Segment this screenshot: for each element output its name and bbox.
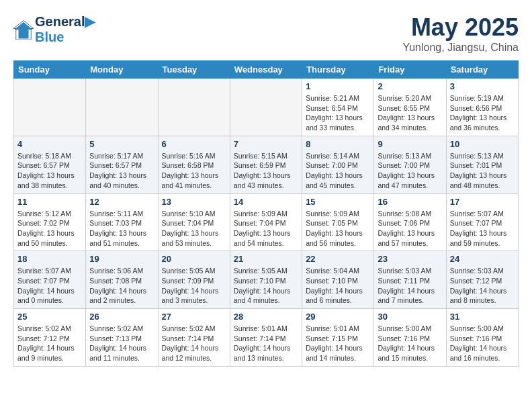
calendar-cell: 28Sunrise: 5:01 AM Sunset: 7:14 PM Dayli… [230, 309, 302, 367]
day-of-week-header: Friday [374, 61, 446, 79]
day-info: Sunrise: 5:06 AM Sunset: 7:08 PM Dayligh… [89, 266, 154, 306]
day-info: Sunrise: 5:14 AM Sunset: 7:00 PM Dayligh… [306, 151, 370, 191]
calendar-cell: 23Sunrise: 5:03 AM Sunset: 7:11 PM Dayli… [374, 251, 446, 309]
day-info: Sunrise: 5:13 AM Sunset: 7:00 PM Dayligh… [378, 151, 442, 191]
day-number: 16 [378, 197, 442, 207]
day-number: 17 [450, 197, 515, 207]
calendar-week-row: 25Sunrise: 5:02 AM Sunset: 7:12 PM Dayli… [14, 309, 519, 367]
day-number: 18 [17, 254, 82, 264]
title-block: May 2025 Yunlong, Jiangsu, China [402, 13, 519, 54]
day-number: 5 [89, 139, 154, 149]
calendar-body: 1Sunrise: 5:21 AM Sunset: 6:54 PM Daylig… [14, 79, 519, 367]
day-info: Sunrise: 5:05 AM Sunset: 7:10 PM Dayligh… [234, 266, 298, 306]
day-of-week-header: Thursday [302, 61, 374, 79]
calendar-cell: 25Sunrise: 5:02 AM Sunset: 7:12 PM Dayli… [14, 309, 86, 367]
day-info: Sunrise: 5:02 AM Sunset: 7:13 PM Dayligh… [89, 324, 154, 363]
day-info: Sunrise: 5:01 AM Sunset: 7:15 PM Dayligh… [306, 324, 370, 363]
day-number: 13 [162, 197, 226, 207]
day-number: 26 [89, 312, 154, 322]
logo-text: General▶ Blue [35, 13, 95, 45]
day-info: Sunrise: 5:00 AM Sunset: 7:16 PM Dayligh… [450, 324, 515, 363]
calendar-cell: 24Sunrise: 5:03 AM Sunset: 7:12 PM Dayli… [446, 251, 518, 309]
day-info: Sunrise: 5:05 AM Sunset: 7:09 PM Dayligh… [162, 266, 226, 306]
calendar-cell [86, 79, 158, 136]
day-info: Sunrise: 5:07 AM Sunset: 7:07 PM Dayligh… [450, 209, 515, 248]
calendar-cell: 10Sunrise: 5:13 AM Sunset: 7:01 PM Dayli… [446, 136, 518, 193]
calendar-cell [158, 79, 230, 136]
calendar-cell: 7Sunrise: 5:15 AM Sunset: 6:59 PM Daylig… [230, 136, 302, 193]
logo-icon [13, 19, 34, 40]
calendar-cell: 3Sunrise: 5:19 AM Sunset: 6:56 PM Daylig… [446, 79, 518, 136]
calendar-week-row: 1Sunrise: 5:21 AM Sunset: 6:54 PM Daylig… [14, 79, 519, 136]
day-number: 21 [234, 254, 298, 264]
day-of-week-header: Sunday [14, 61, 86, 79]
logo: General▶ Blue [13, 13, 95, 45]
calendar-cell [230, 79, 302, 136]
calendar-cell: 19Sunrise: 5:06 AM Sunset: 7:08 PM Dayli… [86, 251, 158, 309]
day-info: Sunrise: 5:18 AM Sunset: 6:57 PM Dayligh… [17, 151, 82, 191]
day-info: Sunrise: 5:19 AM Sunset: 6:56 PM Dayligh… [450, 93, 515, 133]
calendar-cell: 27Sunrise: 5:02 AM Sunset: 7:14 PM Dayli… [158, 309, 230, 367]
day-number: 9 [378, 139, 442, 149]
day-info: Sunrise: 5:08 AM Sunset: 7:06 PM Dayligh… [378, 209, 442, 248]
day-of-week-header: Tuesday [158, 61, 230, 79]
month-year: May 2025 [402, 13, 519, 42]
page-header: General▶ Blue May 2025 Yunlong, Jiangsu,… [13, 13, 519, 54]
day-number: 28 [234, 312, 298, 322]
day-info: Sunrise: 5:17 AM Sunset: 6:57 PM Dayligh… [89, 151, 154, 191]
day-number: 4 [17, 139, 82, 149]
day-number: 15 [306, 197, 370, 207]
day-number: 1 [306, 81, 370, 91]
calendar-cell: 4Sunrise: 5:18 AM Sunset: 6:57 PM Daylig… [14, 136, 86, 193]
day-number: 20 [162, 254, 226, 264]
calendar-cell: 11Sunrise: 5:12 AM Sunset: 7:02 PM Dayli… [14, 193, 86, 251]
day-info: Sunrise: 5:13 AM Sunset: 7:01 PM Dayligh… [450, 151, 515, 191]
svg-marker-1 [15, 21, 33, 38]
day-of-week-header: Wednesday [230, 61, 302, 79]
day-number: 8 [306, 139, 370, 149]
day-number: 10 [450, 139, 515, 149]
calendar-cell: 2Sunrise: 5:20 AM Sunset: 6:55 PM Daylig… [374, 79, 446, 136]
calendar-cell: 17Sunrise: 5:07 AM Sunset: 7:07 PM Dayli… [446, 193, 518, 251]
day-of-week-header: Monday [86, 61, 158, 79]
day-number: 19 [89, 254, 154, 264]
day-info: Sunrise: 5:02 AM Sunset: 7:12 PM Dayligh… [17, 324, 82, 363]
day-info: Sunrise: 5:21 AM Sunset: 6:54 PM Dayligh… [306, 93, 370, 133]
day-info: Sunrise: 5:15 AM Sunset: 6:59 PM Dayligh… [234, 151, 298, 191]
day-number: 2 [378, 81, 442, 91]
calendar-week-row: 18Sunrise: 5:07 AM Sunset: 7:07 PM Dayli… [14, 251, 519, 309]
calendar-table: SundayMondayTuesdayWednesdayThursdayFrid… [13, 60, 519, 367]
calendar-cell: 15Sunrise: 5:09 AM Sunset: 7:05 PM Dayli… [302, 193, 374, 251]
calendar-cell: 1Sunrise: 5:21 AM Sunset: 6:54 PM Daylig… [302, 79, 374, 136]
day-info: Sunrise: 5:00 AM Sunset: 7:16 PM Dayligh… [378, 324, 442, 363]
day-number: 30 [378, 312, 442, 322]
calendar-cell: 5Sunrise: 5:17 AM Sunset: 6:57 PM Daylig… [86, 136, 158, 193]
day-number: 22 [306, 254, 370, 264]
calendar-cell: 30Sunrise: 5:00 AM Sunset: 7:16 PM Dayli… [374, 309, 446, 367]
calendar-cell: 9Sunrise: 5:13 AM Sunset: 7:00 PM Daylig… [374, 136, 446, 193]
calendar-cell: 12Sunrise: 5:11 AM Sunset: 7:03 PM Dayli… [86, 193, 158, 251]
calendar-cell [14, 79, 86, 136]
day-number: 24 [450, 254, 515, 264]
calendar-cell: 29Sunrise: 5:01 AM Sunset: 7:15 PM Dayli… [302, 309, 374, 367]
day-info: Sunrise: 5:20 AM Sunset: 6:55 PM Dayligh… [378, 93, 442, 133]
day-info: Sunrise: 5:04 AM Sunset: 7:10 PM Dayligh… [306, 266, 370, 306]
day-number: 11 [17, 197, 82, 207]
calendar-header: SundayMondayTuesdayWednesdayThursdayFrid… [14, 61, 519, 79]
day-info: Sunrise: 5:01 AM Sunset: 7:14 PM Dayligh… [234, 324, 298, 363]
day-info: Sunrise: 5:09 AM Sunset: 7:04 PM Dayligh… [234, 209, 298, 248]
day-info: Sunrise: 5:16 AM Sunset: 6:58 PM Dayligh… [162, 151, 226, 191]
calendar-header-row: SundayMondayTuesdayWednesdayThursdayFrid… [14, 61, 519, 79]
location: Yunlong, Jiangsu, China [402, 42, 519, 54]
day-info: Sunrise: 5:03 AM Sunset: 7:11 PM Dayligh… [378, 266, 442, 306]
calendar-week-row: 4Sunrise: 5:18 AM Sunset: 6:57 PM Daylig… [14, 136, 519, 193]
calendar-cell: 13Sunrise: 5:10 AM Sunset: 7:04 PM Dayli… [158, 193, 230, 251]
calendar-cell: 21Sunrise: 5:05 AM Sunset: 7:10 PM Dayli… [230, 251, 302, 309]
calendar-cell: 20Sunrise: 5:05 AM Sunset: 7:09 PM Dayli… [158, 251, 230, 309]
day-of-week-header: Saturday [446, 61, 518, 79]
day-number: 12 [89, 197, 154, 207]
day-info: Sunrise: 5:02 AM Sunset: 7:14 PM Dayligh… [162, 324, 226, 363]
day-number: 27 [162, 312, 226, 322]
day-info: Sunrise: 5:09 AM Sunset: 7:05 PM Dayligh… [306, 209, 370, 248]
calendar-cell: 8Sunrise: 5:14 AM Sunset: 7:00 PM Daylig… [302, 136, 374, 193]
